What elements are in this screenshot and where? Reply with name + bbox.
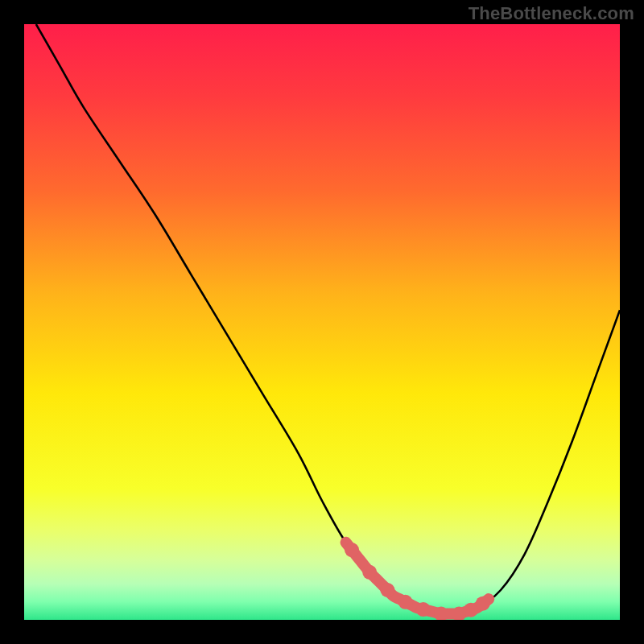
optimal-dot: [476, 597, 490, 611]
optimal-dot: [345, 543, 359, 557]
optimal-dot: [398, 595, 413, 609]
optimal-dot: [416, 602, 431, 617]
optimal-dot: [362, 565, 377, 580]
plot-gradient-background: [24, 24, 620, 620]
chart-stage: TheBottleneck.com: [0, 0, 644, 644]
optimal-dot: [380, 583, 394, 597]
optimal-dot: [434, 607, 448, 621]
watermark-text: TheBottleneck.com: [469, 3, 634, 24]
bottleneck-chart: [0, 0, 644, 644]
